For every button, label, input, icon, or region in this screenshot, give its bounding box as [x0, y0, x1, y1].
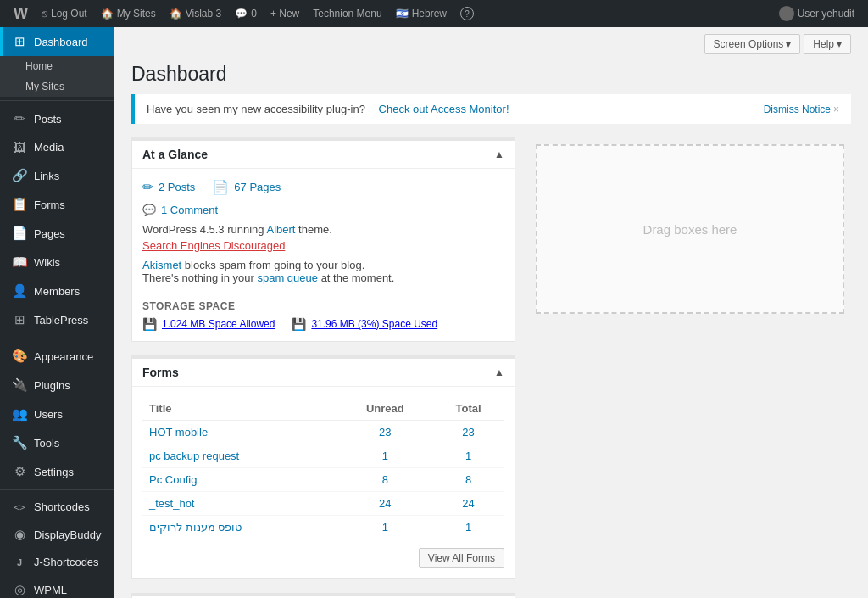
sidebar-item-users[interactable]: 👥 Users	[0, 400, 114, 428]
form-total-link[interactable]: 24	[462, 497, 474, 510]
dismiss-notice-button[interactable]: Dismiss Notice ×	[764, 103, 839, 115]
form-unread-link[interactable]: 1	[382, 450, 388, 462]
sidebar-item-appearance[interactable]: 🎨 Appearance	[0, 342, 114, 371]
pages-icon: 📄	[12, 226, 27, 241]
forms-table: Title Unread Total HOT mobile 23 23 pc b…	[142, 397, 504, 539]
table-row: Pc Config 8 8	[142, 468, 504, 492]
drag-box-widget: Drag boxes here	[529, 137, 851, 321]
posts-stat-link[interactable]: 2 Posts	[159, 181, 195, 193]
help-circle-icon: ?	[460, 7, 474, 20]
sidebar-item-forms[interactable]: 📋 Forms	[0, 190, 114, 219]
sidebar-item-shortcodes[interactable]: <> Shortcodes	[0, 494, 114, 520]
posts-stat-icon: ✏	[142, 179, 153, 195]
form-unread-link[interactable]: 8	[382, 473, 388, 486]
help-icon-item[interactable]: ?	[453, 0, 481, 27]
site-item[interactable]: 🏠 Vislab 3	[163, 0, 228, 27]
spam-queue-link[interactable]: spam queue	[257, 271, 318, 284]
user-item[interactable]: User yehudit	[772, 0, 861, 27]
search-discouraged-link[interactable]: Search Engines Discouraged	[142, 239, 285, 252]
dashboard-right-col: Drag boxes here	[529, 137, 851, 598]
form-unread-link[interactable]: 23	[379, 426, 391, 439]
my-sites-item[interactable]: 🏠 My Sites	[94, 0, 163, 27]
wp-top-bar: Screen Options ▾ Help ▾	[114, 27, 868, 61]
comments-item[interactable]: 💬 0	[228, 0, 264, 27]
tools-icon: 🔧	[12, 435, 27, 450]
new-item[interactable]: + New	[264, 0, 306, 27]
sidebar-item-j-shortcodes[interactable]: J J-Shortcodes	[0, 549, 114, 575]
sidebar-item-wikis[interactable]: 📖 Wikis	[0, 248, 114, 277]
storage-used-link[interactable]: 31.96 MB (3%) Space Used	[311, 318, 437, 330]
form-title-link[interactable]: Pc Config	[149, 473, 197, 486]
form-total-link[interactable]: 1	[465, 521, 471, 534]
form-title-link[interactable]: _test_hot	[149, 497, 195, 510]
pages-stat: 📄 67 Pages	[212, 179, 281, 195]
theme-link[interactable]: Albert	[266, 223, 295, 236]
wp-body: Screen Options ▾ Help ▾ Dashboard Have y…	[114, 27, 868, 598]
form-title-cell: HOT mobile	[142, 421, 337, 444]
comments-stat-link[interactable]: 1 Comment	[161, 204, 218, 216]
akismet-link[interactable]: Akismet	[142, 259, 181, 271]
sidebar-item-my-sites[interactable]: My Sites	[0, 76, 114, 97]
sidebar-item-pages[interactable]: 📄 Pages	[0, 219, 114, 248]
dismiss-label: Dismiss Notice	[764, 103, 831, 115]
at-a-glance-header: At a Glance ▲	[132, 141, 515, 169]
hebrew-item[interactable]: 🇮🇱 Hebrew	[389, 0, 453, 27]
new-label: + New	[270, 8, 299, 20]
form-total-link[interactable]: 23	[462, 426, 474, 439]
sidebar-item-plugins[interactable]: 🔌 Plugins	[0, 371, 114, 400]
storage-allowed-link[interactable]: 1.024 MB Space Allowed	[162, 318, 275, 330]
menu-home-section: ⊞ Dashboard Home My Sites	[0, 27, 114, 97]
help-button[interactable]: Help ▾	[804, 34, 851, 54]
form-total-link[interactable]: 1	[465, 450, 471, 462]
forms-col-total: Total	[432, 397, 504, 421]
my-sites-icon: 🏠	[101, 8, 114, 20]
at-a-glance-collapse-icon[interactable]: ▲	[494, 148, 504, 160]
storage-label: Storage Space	[142, 300, 504, 312]
sidebar-item-links[interactable]: 🔗 Links	[0, 161, 114, 190]
log-out-item[interactable]: ⎋ Log Out	[35, 0, 94, 27]
sidebar-item-wikis-label: Wikis	[34, 256, 60, 269]
notice-link[interactable]: Check out Access Monitor!	[379, 103, 509, 115]
search-discouraged-text: Search Engines Discouraged	[142, 239, 504, 252]
notice-bar: Have you seen my new accessibility plug-…	[131, 94, 851, 124]
form-unread-cell: 1	[337, 444, 432, 468]
sidebar-item-members[interactable]: 👤 Members	[0, 277, 114, 305]
form-total-link[interactable]: 8	[465, 473, 471, 486]
sidebar-item-tools[interactable]: 🔧 Tools	[0, 428, 114, 457]
log-out-label: Log Out	[51, 8, 87, 20]
shortcodes-icon: <>	[12, 502, 27, 512]
wp-icon: W	[14, 5, 28, 23]
view-all-forms-button[interactable]: View All Forms	[419, 548, 504, 568]
storage-allowed: 💾 1.024 MB Space Allowed	[142, 317, 275, 331]
wp-logo-item[interactable]: W	[7, 0, 35, 27]
technion-menu-item[interactable]: Technion Menu	[306, 0, 388, 27]
at-a-glance-widget: At a Glance ▲ ✏ 2 Posts 📄	[131, 137, 515, 342]
screen-options-button[interactable]: Screen Options ▾	[704, 34, 801, 54]
form-title-link[interactable]: pc backup request	[149, 450, 239, 462]
sidebar-item-dashboard[interactable]: ⊞ Dashboard	[0, 27, 114, 56]
storage-allowed-icon: 💾	[142, 317, 157, 331]
sidebar-item-displaybuddy[interactable]: ◉ DisplayBuddy	[0, 520, 114, 549]
sidebar-item-tools-label: Tools	[34, 437, 59, 450]
sidebar-item-home[interactable]: Home	[0, 56, 114, 76]
flag-icon: 🇮🇱	[396, 8, 409, 20]
sidebar-item-media[interactable]: 🖼 Media	[0, 133, 114, 161]
form-unread-link[interactable]: 24	[379, 497, 391, 510]
comments-icon: 💬	[235, 8, 248, 20]
form-title-link[interactable]: טופס מענות לרוקים	[149, 521, 242, 534]
form-title-link[interactable]: HOT mobile	[149, 426, 208, 439]
forms-collapse-icon[interactable]: ▲	[494, 366, 504, 378]
sidebar-item-dashboard-label: Dashboard	[34, 36, 88, 48]
drag-box-area: Drag boxes here	[536, 144, 844, 314]
dashboard-icon: ⊞	[12, 34, 27, 49]
sidebar-item-settings[interactable]: ⚙ Settings	[0, 457, 114, 486]
sidebar-item-wpml[interactable]: ◎ WPML	[0, 575, 114, 598]
menu-separator-2	[0, 338, 114, 338]
sidebar-item-media-label: Media	[34, 141, 64, 154]
form-unread-link[interactable]: 1	[382, 521, 388, 534]
sidebar-item-tablepress[interactable]: ⊞ TablePress	[0, 305, 114, 334]
view-all-forms-container: View All Forms	[142, 548, 504, 568]
pages-stat-link[interactable]: 67 Pages	[234, 181, 281, 193]
sidebar-item-posts[interactable]: ✏ Posts	[0, 104, 114, 133]
form-unread-cell: 23	[337, 421, 432, 444]
